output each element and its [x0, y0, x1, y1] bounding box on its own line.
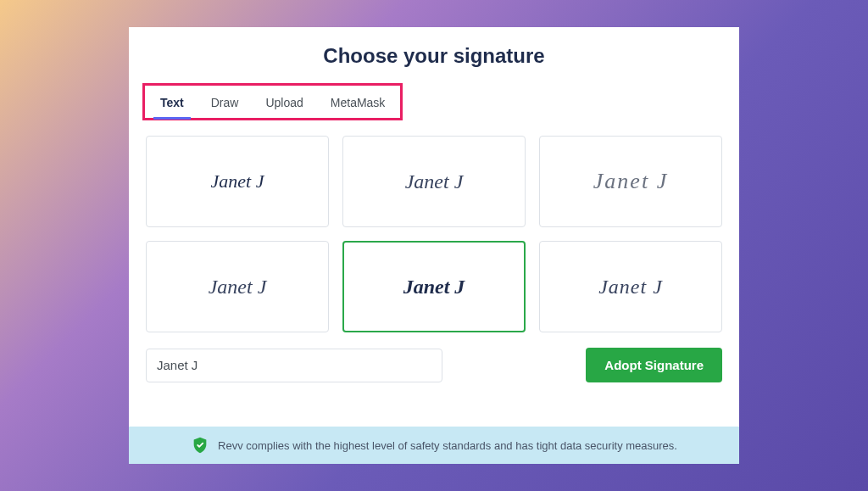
signature-preview: Janet J: [598, 276, 663, 299]
security-bar: Revv complies with the highest level of …: [129, 427, 739, 464]
signature-option[interactable]: Janet J: [146, 241, 329, 332]
signature-option[interactable]: Janet J: [342, 241, 526, 332]
signature-option[interactable]: Janet J: [342, 136, 526, 227]
adopt-signature-button[interactable]: Adopt Signature: [586, 348, 722, 382]
footer-controls: Adopt Signature: [129, 332, 739, 382]
tab-text[interactable]: Text: [147, 87, 198, 118]
signature-preview: Janet J: [211, 170, 264, 192]
security-message: Revv complies with the highest level of …: [218, 439, 677, 452]
tabs-highlight-box: Text Draw Upload MetaMask: [142, 83, 403, 120]
shield-check-icon: [191, 436, 209, 455]
modal-body: Choose your signature Text Draw Upload M…: [129, 27, 739, 427]
tab-draw[interactable]: Draw: [198, 87, 253, 118]
signature-option[interactable]: Janet J: [539, 241, 722, 332]
signature-option[interactable]: Janet J: [146, 136, 329, 227]
tab-metamask[interactable]: MetaMask: [317, 87, 399, 118]
signature-grid: Janet J Janet J Janet J Janet J Janet J …: [129, 120, 739, 332]
signature-preview: Janet J: [209, 276, 267, 299]
signature-modal: Choose your signature Text Draw Upload M…: [129, 27, 739, 464]
tabs-row: Text Draw Upload MetaMask: [147, 87, 398, 118]
modal-title: Choose your signature: [129, 44, 739, 68]
signature-preview: Janet J: [405, 170, 464, 193]
signature-preview: Janet J: [403, 276, 465, 299]
signature-name-input[interactable]: [146, 349, 442, 382]
signature-preview: Janet J: [593, 169, 668, 194]
tab-upload[interactable]: Upload: [252, 87, 316, 118]
signature-option[interactable]: Janet J: [539, 136, 722, 227]
